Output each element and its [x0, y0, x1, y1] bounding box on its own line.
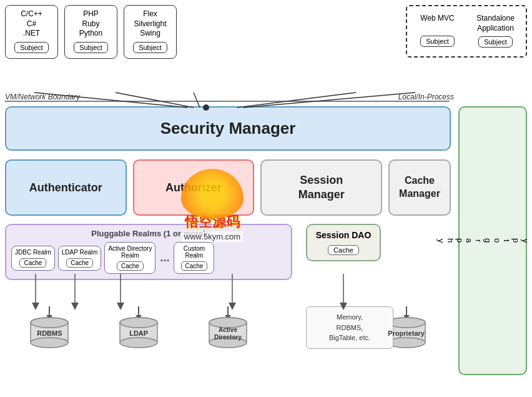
cylinder-rdbms-label: RDBMS [37, 329, 62, 338]
cylinder-ldap-shape: LDAP [116, 316, 161, 351]
session-dao-box: Session DAO Cache [306, 224, 381, 261]
client-php-label3: Python [71, 29, 111, 39]
pluggable-realms-title: Pluggable Realms (1 or more) [11, 229, 286, 238]
memory-content: Memory,RDBMS,BigTable, etc. [312, 312, 388, 343]
clients-row: C/C++ C# .NET Subject PHP Ruby Python Su… [5, 5, 527, 59]
client-php-subject: Subject [74, 42, 108, 53]
realm-jdbc-label: JDBC Realm [15, 249, 51, 256]
cylinder-proprietary-label: Proprietary [388, 329, 425, 338]
realm-ldap-label: LDAP Realm [62, 249, 98, 256]
cryptography-label: Cryptography [436, 238, 532, 243]
client-cpp-label2: C# [12, 19, 51, 29]
client-cpp-label3: .NET [12, 29, 51, 39]
client-cpp-label: C/C++ [12, 9, 51, 19]
realm-jdbc-cache: Cache [19, 258, 46, 268]
architecture-diagram: C/C++ C# .NET Subject PHP Ruby Python Su… [0, 0, 532, 397]
svg-point-23 [120, 318, 157, 328]
client-flex-box: Flex Silverlight Swing Subject [124, 5, 177, 59]
svg-line-5 [244, 93, 415, 108]
client-flex-subject: Subject [133, 42, 167, 53]
client-php-box: PHP Ruby Python Subject [64, 5, 117, 59]
client-cpp-subject: Subject [14, 42, 49, 53]
realm-activedir-label: Active DirectoryRealm [108, 245, 152, 259]
security-manager-box: Security Manager [5, 106, 451, 151]
vm-network-boundary-label: VM/Network Boundary [5, 93, 80, 101]
local-clients-group: Web MVC Subject Standalone Application S… [406, 5, 527, 58]
session-manager-box: SessionManager [260, 159, 382, 216]
client-webmvc-subject: Subject [420, 36, 455, 47]
client-php-label2: Ruby [71, 19, 111, 29]
cylinder-rdbms: RDBMS [5, 306, 94, 351]
client-standalone-box: Standalone Application Subject [469, 10, 522, 53]
middle-row: Authenticator Authorizer SessionManager … [5, 159, 451, 216]
session-manager-label: SessionManager [298, 173, 345, 203]
cache-manager-label: CacheManager [399, 174, 440, 201]
authorizer-box: Authorizer [133, 159, 255, 216]
realm-activedir-cache: Cache [117, 261, 144, 271]
client-flex-label2: Silverlight [131, 19, 170, 29]
client-flex-label3: Swing [131, 29, 170, 39]
client-webmvc-box: Web MVC Subject [411, 10, 464, 53]
svg-point-17 [31, 318, 68, 328]
realm-jdbc: JDBC Realm Cache [11, 246, 55, 271]
cylinder-ldap: LDAP [94, 306, 184, 351]
client-webmvc-label: Web MVC [417, 14, 458, 24]
cryptography-box: Cryptography [458, 106, 527, 375]
svg-line-2 [116, 93, 194, 108]
realm-ldap-cache: Cache [66, 258, 93, 268]
memory-box: Memory,RDBMS,BigTable, etc. [306, 306, 393, 349]
client-cpp-box: C/C++ C# .NET Subject [5, 5, 58, 59]
realm-items: JDBC Realm Cache LDAP Realm Cache Active… [11, 242, 286, 274]
cylinder-activedir-shape: ActiveDirectory [205, 316, 250, 351]
svg-line-3 [194, 93, 200, 108]
client-standalone-label2: Application [475, 24, 516, 34]
cylinder-rdbms-shape: RDBMS [27, 316, 72, 351]
svg-line-4 [237, 93, 356, 108]
session-dao-title: Session DAO [312, 230, 375, 240]
realm-custom: CustomRealm Cache [174, 242, 214, 274]
cylinder-activedir: ActiveDirectory [184, 306, 273, 351]
cylinder-activedir-label: ActiveDirectory [214, 326, 242, 341]
svg-point-16 [31, 338, 68, 348]
cylinder-ldap-label: LDAP [129, 329, 148, 338]
svg-point-22 [120, 338, 157, 348]
realm-custom-cache: Cache [181, 261, 208, 271]
realm-dots: ... [159, 251, 170, 264]
authenticator-box: Authenticator [5, 159, 127, 216]
client-php-label: PHP [71, 9, 111, 19]
local-inprocess-label: Local/In-Process [398, 93, 454, 101]
session-dao-cache: Cache [328, 245, 359, 255]
realm-ldap: LDAP Realm Cache [58, 246, 102, 271]
client-flex-label: Flex [131, 9, 170, 19]
client-standalone-subject: Subject [478, 36, 513, 48]
pluggable-realms-box: Pluggable Realms (1 or more) JDBC Realm … [5, 224, 292, 280]
cache-manager-box: CacheManager [388, 159, 451, 216]
realm-activedir: Active DirectoryRealm Cache [104, 242, 155, 274]
realm-custom-label: CustomRealm [177, 245, 210, 259]
client-standalone-label: Standalone [475, 14, 516, 24]
